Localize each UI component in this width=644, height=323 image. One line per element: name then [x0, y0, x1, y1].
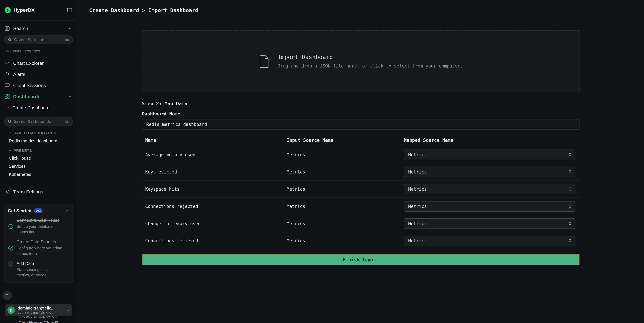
get-started-item-desc: Set up your database connection [16, 224, 69, 235]
json-file-dropzone[interactable]: Import Dashboard Drag and drop a JSON fi… [142, 30, 580, 92]
get-started-item-sources[interactable]: Create Data Sources Configure where your… [8, 239, 69, 257]
line-chart-icon [5, 60, 10, 65]
avatar: D [8, 307, 15, 314]
saved-dashboards-section-header[interactable]: SAVED DASHBOARDS [8, 131, 77, 135]
get-started-item-desc: Start sending logs, metrics, or traces [16, 267, 62, 278]
finish-import-button[interactable]: Finish Import [142, 254, 580, 265]
saved-searches-input[interactable] [14, 37, 63, 42]
get-started-header[interactable]: Get Started 2/3 [8, 208, 69, 213]
step-number-badge: 3 [8, 261, 14, 278]
sidebar-item-clickhouse[interactable]: ClickHouse [0, 156, 77, 161]
table-row: Keys evicted Metrics Metrics [142, 163, 580, 181]
selected-value: Metrics [408, 238, 427, 243]
saved-searches-searchbox[interactable]: ⌘K [4, 35, 73, 44]
plus-icon: + [7, 105, 10, 110]
create-dashboard-label: Create Dashboard [12, 105, 50, 110]
user-email: dominic.tran@clickho... [18, 310, 65, 314]
sidebar-item-services[interactable]: Services [0, 164, 77, 169]
sidebar-item-kubernetes[interactable]: Kubernetes [0, 172, 77, 177]
hyperdx-logo-icon [5, 7, 11, 13]
sidebar-item-alerts[interactable]: Alerts [0, 68, 77, 80]
saved-dashboards-input[interactable] [14, 119, 63, 124]
mapped-source-select[interactable]: Metrics [404, 149, 576, 160]
app-window: HyperDX Search ⌘K No saved searches [0, 0, 644, 323]
arrow-right-icon: → [64, 267, 69, 272]
sidebar-nav: Chart Explorer Alerts Client Sessions Da… [0, 57, 77, 102]
get-started-card: Get Started 2/3 Connect to ClickHouse Se… [4, 205, 73, 283]
mapping-table-header: Name Input Source Name Mapped Source Nam… [142, 137, 580, 146]
user-name: dominic.tran@clic... [18, 306, 65, 310]
chevron-down-icon [8, 131, 12, 135]
search-section-label: Search [13, 26, 28, 31]
select-chevrons-icon [568, 238, 572, 243]
check-circle-icon [8, 239, 14, 257]
chevron-up-icon[interactable] [68, 26, 72, 30]
selected-value: Metrics [408, 186, 427, 192]
nav-label: Alerts [13, 71, 25, 77]
chart-name: Change in memory used [145, 221, 287, 226]
selected-value: Metrics [408, 204, 427, 209]
column-header-input-source: Input Source Name [287, 137, 404, 143]
sidebar-item-chart-explorer[interactable]: Chart Explorer [0, 57, 77, 68]
sidebar-item-team-settings[interactable]: Team Settings [0, 186, 77, 197]
select-chevrons-icon [568, 169, 572, 174]
promo-line-2: ClickHouse Cloud? [0, 320, 77, 323]
collapse-sidebar-icon[interactable] [67, 7, 72, 13]
search-icon [8, 38, 12, 42]
table-row: Connections rejected Metrics Metrics [142, 198, 580, 215]
chevron-up-icon[interactable] [65, 209, 69, 213]
selected-value: Metrics [408, 221, 427, 226]
input-source-name: Metrics [287, 221, 404, 226]
file-icon [259, 54, 270, 68]
section-label: SAVED DASHBOARDS [14, 131, 56, 135]
get-started-item-add-data[interactable]: 3 Add Data Start sending logs, metrics, … [8, 261, 69, 278]
search-icon [8, 119, 12, 124]
mapped-source-select[interactable]: Metrics [404, 167, 576, 177]
chevron-up-icon[interactable] [68, 94, 72, 98]
input-source-name: Metrics [287, 186, 404, 192]
dropzone-title: Import Dashboard [278, 54, 463, 60]
mapped-source-select[interactable]: Metrics [404, 184, 576, 194]
input-source-name: Metrics [287, 152, 404, 157]
chart-name: Average memory used [145, 152, 287, 157]
sidebar: HyperDX Search ⌘K No saved searches [0, 0, 77, 323]
breadcrumb[interactable]: Create Dashboard > Import Dashboard [89, 7, 198, 13]
sidebar-item-redis-dashboard[interactable]: Redis metrics dashboard [0, 138, 77, 143]
create-dashboard-button[interactable]: + Create Dashboard [0, 103, 77, 113]
team-settings-label: Team Settings [13, 189, 43, 194]
table-row: Change in memory used Metrics Metrics [142, 215, 580, 232]
dashboard-name-label: Dashboard Name [142, 111, 580, 116]
select-chevrons-icon [568, 187, 572, 191]
shortcut-badge: ⌘K [65, 38, 69, 42]
saved-dashboards-searchbox[interactable]: ⌘K [4, 117, 73, 126]
sidebar-item-client-sessions[interactable]: Client Sessions [0, 80, 77, 91]
get-started-item-connect[interactable]: Connect to ClickHouse Set up your databa… [8, 218, 69, 235]
table-row: Average memory used Metrics Metrics [142, 146, 580, 163]
select-chevrons-icon [568, 221, 572, 226]
column-header-mapped-source: Mapped Source Name [404, 137, 580, 143]
column-header-name: Name [145, 137, 287, 143]
dashboard-name-input[interactable] [142, 119, 580, 130]
sidebar-item-search[interactable]: Search [0, 20, 77, 31]
mapped-source-select[interactable]: Metrics [404, 235, 576, 246]
step-title: Step 2: Map Data [142, 101, 580, 106]
get-started-item-title: Create Data Sources [16, 239, 69, 245]
mapped-source-select[interactable]: Metrics [404, 201, 576, 211]
chart-name: Connections recieved [145, 238, 287, 243]
chart-name: Connections rejected [145, 204, 287, 209]
topbar: Create Dashboard > Import Dashboard [77, 0, 644, 21]
no-saved-searches-note: No saved searches [6, 49, 72, 53]
mapped-source-select[interactable]: Metrics [404, 218, 576, 229]
user-menu[interactable]: D dominic.tran@clic... dominic.tran@clic… [5, 304, 72, 316]
get-started-item-title: Add Data [16, 261, 62, 267]
sidebar-item-dashboards[interactable]: Dashboards [0, 91, 77, 102]
chevron-right-icon: › [67, 308, 69, 313]
select-chevrons-icon [568, 204, 572, 209]
presets-section-header[interactable]: PRESETS [8, 148, 77, 153]
nav-label: Dashboards [13, 94, 40, 99]
grid-icon [5, 94, 10, 99]
bell-icon [5, 71, 10, 77]
input-source-name: Metrics [287, 238, 404, 243]
selected-value: Metrics [408, 152, 427, 157]
help-button[interactable]: ? [3, 291, 12, 300]
